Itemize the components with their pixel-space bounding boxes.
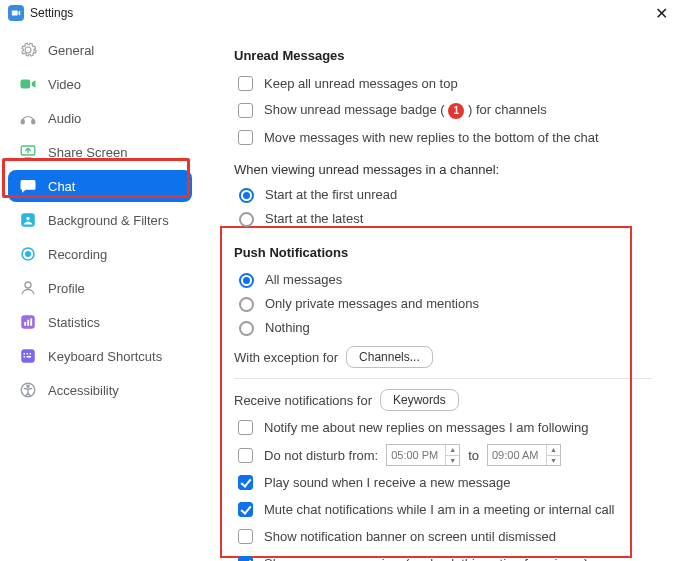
checkbox-keep-on-top[interactable] [238,76,253,91]
close-icon[interactable]: ✕ [651,4,672,23]
titlebar: Settings ✕ [0,0,680,26]
checkbox-show-badge[interactable] [238,103,253,118]
dnd-to-input[interactable] [488,445,546,465]
svg-rect-0 [12,11,18,16]
audio-icon [18,108,38,128]
app-icon [8,5,24,21]
sidebar-item-share[interactable]: Share Screen [8,136,192,168]
accessibility-icon [18,380,38,400]
radio-push-nothing[interactable] [239,321,254,336]
statistics-icon [18,312,38,332]
label-exception: With exception for [234,350,338,365]
keywords-button[interactable]: Keywords [380,389,459,411]
checkbox-notify-replies[interactable] [238,420,253,435]
chat-icon [18,176,38,196]
sidebar-item-label: Recording [48,247,107,262]
section-unread-heading: Unread Messages [234,48,652,63]
label-mute-meeting: Mute chat notifications while I am in a … [264,502,614,517]
dnd-from-spinner[interactable]: ▲▼ [386,444,460,466]
svg-rect-12 [27,320,29,326]
label-dnd-to: to [468,448,479,463]
main-panel: Unread Messages Keep all unread messages… [200,26,680,561]
sidebar-item-label: Chat [48,179,75,194]
svg-rect-3 [32,120,35,125]
checkbox-preview[interactable] [238,556,253,561]
gear-icon [18,40,38,60]
channels-button[interactable]: Channels... [346,346,433,368]
svg-point-6 [26,217,29,220]
sidebar-item-keyboard[interactable]: Keyboard Shortcuts [8,340,192,372]
spinner-up-icon[interactable]: ▲ [445,445,459,456]
sidebar-item-label: Profile [48,281,85,296]
dnd-to-spinner[interactable]: ▲▼ [487,444,561,466]
label-play-sound: Play sound when I receive a new message [264,475,510,490]
radio-start-first[interactable] [239,188,254,203]
label-notify-replies: Notify me about new replies on messages … [264,420,588,435]
dnd-from-input[interactable] [387,445,445,465]
checkbox-dnd[interactable] [238,448,253,463]
sidebar-item-accessibility[interactable]: Accessibility [8,374,192,406]
sidebar-item-statistics[interactable]: Statistics [8,306,192,338]
radio-push-private[interactable] [239,297,254,312]
spinner-up-icon[interactable]: ▲ [546,445,560,456]
sidebar-item-profile[interactable]: Profile [8,272,192,304]
sidebar-item-general[interactable]: General [8,34,192,66]
checkbox-banner[interactable] [238,529,253,544]
svg-rect-1 [21,80,31,89]
sidebar-item-video[interactable]: Video [8,68,192,100]
section-push-heading: Push Notifications [234,245,652,260]
label-preview: Show message preview (uncheck this optio… [264,556,588,561]
label-show-badge: Show unread message badge ( 1 ) for chan… [264,102,547,119]
sidebar-item-label: Accessibility [48,383,119,398]
sidebar-item-label: Statistics [48,315,100,330]
sidebar-item-label: Audio [48,111,81,126]
sidebar-item-label: Share Screen [48,145,128,160]
label-receive: Receive notifications for [234,393,372,408]
label-start-first: Start at the first unread [265,187,397,202]
svg-rect-2 [21,120,24,125]
divider [234,378,652,379]
spinner-down-icon[interactable]: ▼ [546,456,560,466]
svg-rect-15 [24,353,26,355]
sidebar-item-chat[interactable]: Chat [8,170,192,202]
checkbox-move-bottom[interactable] [238,130,253,145]
label-banner: Show notification banner on screen until… [264,529,556,544]
label-push-nothing: Nothing [265,320,310,335]
unread-badge: 1 [448,103,464,119]
sidebar-item-label: Keyboard Shortcuts [48,349,162,364]
svg-rect-17 [30,353,32,355]
svg-rect-11 [24,322,26,326]
label-push-all: All messages [265,272,342,287]
sidebar-item-recording[interactable]: Recording [8,238,192,270]
svg-rect-16 [27,353,29,355]
sidebar-item-background[interactable]: Background & Filters [8,204,192,236]
label-start-latest: Start at the latest [265,211,363,226]
svg-rect-18 [24,356,26,358]
keyboard-icon [18,346,38,366]
label-push-private: Only private messages and mentions [265,296,479,311]
background-icon [18,210,38,230]
subhead-viewing: When viewing unread messages in a channe… [234,162,652,177]
svg-rect-13 [30,318,32,326]
sidebar-item-label: Video [48,77,81,92]
radio-start-latest[interactable] [239,212,254,227]
svg-point-21 [27,385,29,387]
svg-point-9 [25,282,31,288]
label-move-bottom: Move messages with new replies to the bo… [264,130,599,145]
profile-icon [18,278,38,298]
sidebar-item-audio[interactable]: Audio [8,102,192,134]
sidebar-item-label: General [48,43,94,58]
recording-icon [18,244,38,264]
window-title: Settings [30,6,73,20]
checkbox-mute-meeting[interactable] [238,502,253,517]
checkbox-play-sound[interactable] [238,475,253,490]
sidebar-item-label: Background & Filters [48,213,169,228]
svg-rect-19 [27,356,32,358]
svg-point-8 [26,252,31,257]
radio-push-all[interactable] [239,273,254,288]
sidebar: General Video Audio Share Screen Chat Ba… [0,26,200,561]
label-dnd: Do not disturb from: [264,448,378,463]
label-keep-on-top: Keep all unread messages on top [264,76,458,91]
share-icon [18,142,38,162]
spinner-down-icon[interactable]: ▼ [445,456,459,466]
